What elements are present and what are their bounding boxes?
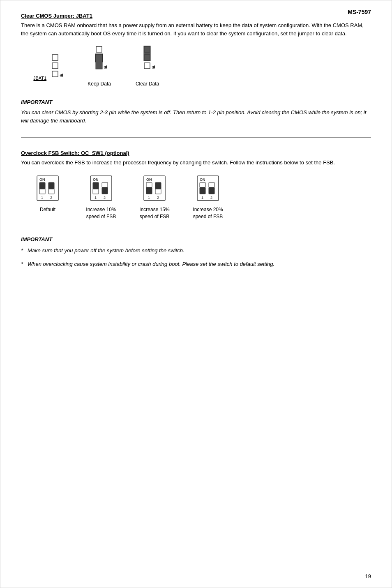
important1-text: You can clear CMOS by shorting 2-3 pin w…: [21, 108, 371, 125]
section2-title: Overclock FSB Switch: OC_SW1 (optional): [21, 150, 371, 156]
svg-rect-48: [209, 182, 214, 187]
keep-data-label: Keep Data: [88, 81, 111, 87]
page: MS-7597 Clear CMOS Jumper: JBAT1 There i…: [0, 0, 392, 588]
clear-data-jumper: 1 Clear Data: [136, 46, 159, 87]
svg-rect-24: [48, 182, 54, 189]
svg-text:2: 2: [157, 196, 159, 200]
svg-rect-23: [39, 189, 45, 194]
svg-rect-2: [52, 71, 58, 77]
section2-body: You can overclock the FSB to increase th…: [21, 159, 371, 167]
svg-rect-32: [102, 182, 108, 187]
important2-list: Make sure that you power off the system …: [21, 247, 371, 268]
section1-body: There is a CMOS RAM onboard that has a p…: [21, 21, 371, 37]
svg-rect-41: [155, 189, 161, 194]
svg-text:1: 1: [152, 65, 154, 69]
svg-text:2: 2: [104, 196, 106, 200]
important1-title: IMPORTANT: [21, 99, 371, 105]
jbat1-line: [34, 81, 46, 81]
svg-rect-25: [48, 189, 54, 194]
svg-rect-16: [144, 55, 150, 60]
inc15-label: Increase 15% speed of FSB: [139, 206, 169, 220]
svg-text:1: 1: [41, 196, 43, 200]
svg-rect-15: [144, 46, 150, 52]
svg-text:1: 1: [148, 196, 150, 200]
svg-rect-49: [209, 187, 214, 194]
bullet2: When overclocking cause system instabili…: [21, 260, 371, 268]
important-box-1: IMPORTANT You can clear CMOS by shorting…: [21, 99, 371, 125]
section1-title: Clear CMOS Jumper: JBAT1: [21, 13, 371, 19]
svg-rect-38: [146, 182, 152, 187]
svg-text:ON: ON: [93, 178, 99, 182]
svg-rect-17: [144, 63, 150, 69]
svg-text:ON: ON: [39, 178, 45, 182]
switch-default-svg: ON 1 2: [36, 175, 59, 204]
jbat1-label: JBAT1: [33, 76, 46, 81]
svg-rect-39: [146, 187, 152, 194]
switch-20pct: ON 1 2 Increase 20% speed of FSB: [189, 175, 226, 220]
svg-rect-22: [39, 182, 45, 189]
switch-20pct-svg: ON 1 2: [196, 175, 219, 204]
svg-text:2: 2: [210, 196, 212, 200]
svg-rect-47: [200, 187, 205, 194]
page-number: 19: [365, 573, 371, 579]
keep-data-jumper: 1 Keep Data: [88, 46, 111, 87]
svg-text:1: 1: [95, 196, 97, 200]
clear-data-label: Clear Data: [136, 81, 159, 87]
switch-15pct-svg: ON 1 2: [143, 175, 166, 204]
svg-rect-31: [93, 189, 99, 194]
svg-text:1: 1: [201, 196, 203, 200]
switch-10pct: ON 1 2 Increase 10% speed of FSB: [83, 175, 120, 220]
bullet1: Make sure that you power off the system …: [21, 247, 371, 255]
svg-rect-5: [96, 46, 102, 52]
svg-text:2: 2: [50, 196, 52, 200]
clear-data-svg: 1: [140, 46, 155, 78]
jbat1-svg: 1: [48, 54, 63, 87]
svg-rect-33: [102, 187, 108, 194]
inc10-label: Increase 10% speed of FSB: [86, 206, 116, 220]
svg-rect-40: [155, 182, 161, 189]
section-fsb: Overclock FSB Switch: OC_SW1 (optional) …: [21, 150, 371, 167]
jbat1-default: JBAT1 1: [33, 54, 63, 87]
svg-text:ON: ON: [146, 178, 152, 182]
keep-data-svg: 1: [92, 46, 107, 78]
section-divider: [21, 137, 371, 138]
svg-text:1: 1: [60, 74, 62, 78]
svg-rect-0: [52, 55, 58, 60]
jumper-diagrams: JBAT1 1: [33, 46, 371, 87]
svg-text:ON: ON: [200, 178, 205, 182]
svg-rect-30: [93, 182, 99, 189]
inc20-label: Increase 20% speed of FSB: [193, 206, 223, 220]
svg-rect-11: [96, 54, 102, 69]
switch-15pct: ON 1 2 Increase 15% speed of FSB: [136, 175, 173, 220]
default-label: Default: [40, 206, 55, 213]
switch-diagrams: ON 1 2 Default ON: [29, 175, 371, 220]
important2-title: IMPORTANT: [21, 236, 371, 242]
svg-text:1: 1: [104, 65, 106, 69]
svg-rect-46: [200, 182, 205, 187]
section-cmos: Clear CMOS Jumper: JBAT1 There is a CMOS…: [21, 13, 371, 37]
svg-rect-1: [52, 63, 58, 69]
model-number: MS-7597: [348, 9, 371, 15]
important-box-2: IMPORTANT Make sure that you power off t…: [21, 236, 371, 268]
switch-10pct-svg: ON 1 2: [90, 175, 113, 204]
switch-default: ON 1 2 Default: [29, 175, 66, 213]
